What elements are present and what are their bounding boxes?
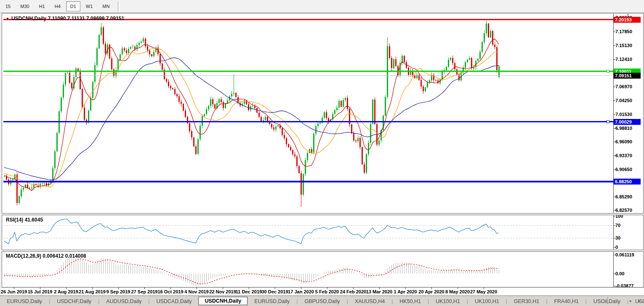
toolbar-separator <box>118 1 120 11</box>
timeframe-button-h1[interactable]: H1 <box>35 1 49 11</box>
chart-tab-usdcad-daily[interactable]: USDCAD,Daily <box>149 297 198 306</box>
price-axis-label: 7.04250 <box>615 98 632 103</box>
price-badge: 7.09151 <box>614 73 641 79</box>
date-axis-label: 9 Sep 2019 <box>106 289 130 294</box>
date-axis-label: 26 Jun 2019 <box>1 289 27 294</box>
price-axis-label: 6.98810 <box>615 126 632 131</box>
price-axis-label: 6.90650 <box>615 167 632 172</box>
date-axis[interactable]: 26 Jun 201915 Jul 20192 Aug 201921 Aug 2… <box>2 287 644 295</box>
macd-axis-label: 0.00 <box>615 271 624 276</box>
rsi-pane-splitter[interactable] <box>2 213 644 215</box>
chart-tab-fra40-h1[interactable]: FRA40,H1 <box>547 297 585 306</box>
date-axis-label: 27 Sep 2019 <box>131 289 158 294</box>
timeframe-button-d1[interactable]: D1 <box>66 1 80 11</box>
trading-platform-window: 15M30H1H4D1W1MN ▼USDCNH,Daily 7.11090 7.… <box>0 0 644 306</box>
date-axis-label: 22 Nov 2019 <box>209 289 236 294</box>
horizontal-line-object[interactable] <box>3 71 613 72</box>
date-axis-label: 24 Feb 2020 <box>340 289 366 294</box>
price-badge: 6.88250 <box>614 179 641 185</box>
date-axis-label: 2 Aug 2019 <box>54 289 78 294</box>
chart-tab-eurusd-daily[interactable]: EURUSD,Daily <box>247 297 296 306</box>
date-axis-label: 5 Feb 2020 <box>315 289 339 294</box>
price-axis-label: 7.17850 <box>615 29 632 34</box>
price-chart-canvas[interactable] <box>3 14 613 287</box>
date-axis-label: 27 May 2020 <box>470 289 497 294</box>
date-axis-label: 20 Apr 2020 <box>418 289 444 294</box>
timeframe-button-w1[interactable]: W1 <box>82 1 97 11</box>
chart-ohlc-values: 7.11090 7.11131 7.08699 7.09151 <box>48 16 125 21</box>
price-badge: 7.20193 <box>614 17 641 23</box>
date-axis-label: 4 Nov 2019 <box>184 289 208 294</box>
tab-bar-end-separator <box>607 297 608 304</box>
current-price-line <box>3 75 613 76</box>
rsi-indicator-label: RSI(14) 41.6045 <box>6 217 43 223</box>
hline-endpoint-handle[interactable] <box>607 120 609 123</box>
rsi-axis-tick <box>613 225 615 226</box>
chart-shift-marker-icon[interactable]: ▼ <box>626 13 630 17</box>
date-axis-label: 30 Dec 2019 <box>262 289 288 294</box>
price-axis-separator <box>613 14 614 287</box>
chart-tab-usdcnh-daily[interactable]: USDCNH,Daily <box>198 297 247 305</box>
macd-axis-tick <box>613 274 615 274</box>
date-axis-label: 13 Mar 2020 <box>366 289 392 294</box>
chart-tab-usdchf-daily[interactable]: USDCHF,Daily <box>50 297 98 306</box>
tab-scroll-right-icon[interactable]: ► <box>638 299 641 303</box>
timeframe-button-m30[interactable]: M30 <box>16 1 33 11</box>
tab-scroll-left-icon[interactable]: ◄ <box>628 299 632 303</box>
horizontal-line-object[interactable] <box>3 121 613 122</box>
macd-axis-tick <box>613 255 615 255</box>
chart-tab-gbpusd-daily[interactable]: GBPUSD,Daily <box>298 297 346 306</box>
date-axis-label: 8 May 2020 <box>445 289 470 294</box>
rsi-axis-tick <box>613 247 615 248</box>
date-axis-label: 16 Oct 2019 <box>157 289 183 294</box>
timeframe-button-mn[interactable]: MN <box>98 1 114 11</box>
price-axis-label: 6.96090 <box>615 139 632 144</box>
price-axis-label: 6.82570 <box>615 208 632 213</box>
price-axis-label: 7.06970 <box>615 84 632 89</box>
rsi-axis-tick <box>613 216 615 216</box>
chart-tab-uk100-h1[interactable]: UK100,H1 <box>429 297 467 306</box>
chart-tab-hk50-h1[interactable]: HK50,H1 <box>393 297 428 306</box>
date-axis-label: 21 Aug 2019 <box>79 289 106 294</box>
rsi-axis-label: 0 <box>615 245 618 250</box>
chart-tab-uk100-h1[interactable]: UK100,H1 <box>468 297 506 306</box>
price-axis-label: 6.85290 <box>615 194 632 199</box>
chart-tab-eurusd-daily[interactable]: EURUSD,Daily <box>0 297 49 306</box>
rsi-axis-label: 70 <box>615 223 620 228</box>
chart-tab-xauusd-h4[interactable]: XAUUSD,H4 <box>348 297 392 306</box>
horizontal-line-object[interactable] <box>3 181 613 182</box>
rsi-axis-label: 30 <box>615 235 620 240</box>
chart-title: ▼USDCNH,Daily 7.11090 7.11131 7.08699 7.… <box>6 16 124 21</box>
macd-axis-label: 0.061119 <box>615 252 634 257</box>
macd-axis-tick <box>613 286 615 286</box>
chart-tab-bar: EURUSD,Daily|USDCHF,Daily|AUDUSD,Daily|U… <box>0 295 644 306</box>
macd-indicator-label: MACD(12,26,9) 0.006412 0.014008 <box>6 253 86 259</box>
chart-tab-ger30-h1[interactable]: GER30,H1 <box>507 297 546 306</box>
date-axis-label: 15 Jul 2019 <box>28 289 53 294</box>
price-axis-label: 7.01530 <box>615 112 632 117</box>
date-axis-label: 11 Dec 2019 <box>236 289 262 294</box>
chart-tab-audusd-daily[interactable]: AUDUSD,Daily <box>99 297 148 306</box>
timeframe-button-h4[interactable]: H4 <box>51 1 65 11</box>
chart-symbol-label: USDCNH,Daily <box>11 16 46 21</box>
hline-endpoint-handle[interactable] <box>607 70 609 73</box>
price-axis-label: 7.15130 <box>615 43 632 48</box>
rsi-axis-tick <box>613 238 615 238</box>
date-axis-label: 17 Jan 2020 <box>288 289 314 294</box>
symbol-dropdown-icon[interactable]: ▼ <box>6 17 9 21</box>
price-axis-label: 7.12410 <box>615 57 632 62</box>
date-axis-label: 1 Apr 2020 <box>394 289 417 294</box>
timeframe-button-15[interactable]: 15 <box>1 1 15 11</box>
macd-pane-splitter[interactable] <box>2 250 644 252</box>
timeframe-toolbar: 15M30H1H4D1W1MN <box>0 0 644 13</box>
chart-tab-usoil-daily[interactable]: USOil,Daily <box>587 297 627 306</box>
price-axis-label: 6.93370 <box>615 153 632 158</box>
price-badge: 7.00029 <box>614 119 641 125</box>
